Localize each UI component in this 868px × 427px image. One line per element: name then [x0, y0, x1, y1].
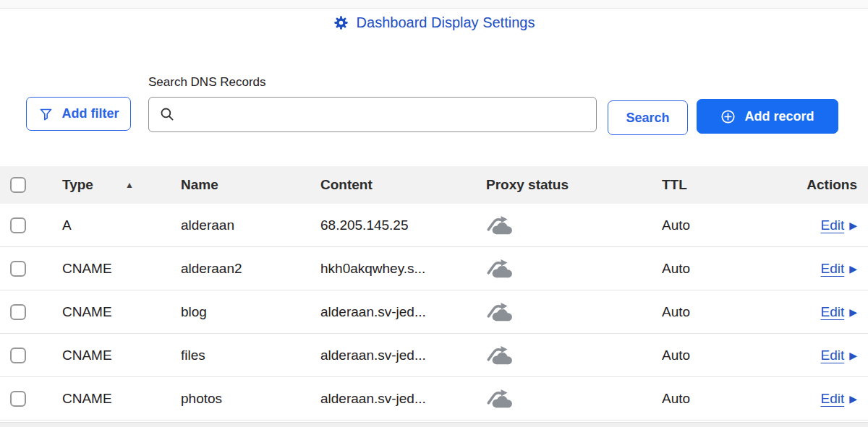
record-type: CNAME: [62, 348, 112, 363]
table-body: A alderaan 68.205.145.25 Auto: [0, 204, 868, 420]
dns-only-cloud-icon: [486, 257, 515, 280]
dashboard-display-settings-link[interactable]: Dashboard Display Settings: [333, 14, 535, 31]
gear-icon: [333, 15, 349, 30]
edit-record-button[interactable]: Edit ▶: [820, 348, 857, 363]
record-ttl: Auto: [662, 261, 690, 277]
sort-ascending-icon: ▲: [125, 180, 134, 190]
expand-caret-icon: ▶: [849, 264, 857, 274]
top-divider-band: [0, 0, 868, 9]
settings-row: Dashboard Display Settings: [0, 13, 868, 32]
table-header-row: Type ▲ Name Content Proxy status TTL Act…: [0, 166, 868, 204]
row-checkbox[interactable]: [10, 261, 26, 277]
header-actions: Actions: [793, 177, 868, 193]
dns-only-cloud-icon: [486, 301, 515, 323]
dns-records-table: Type ▲ Name Content Proxy status TTL Act…: [0, 166, 868, 420]
header-type[interactable]: Type ▲: [45, 177, 181, 193]
add-record-label: Add record: [744, 109, 814, 124]
search-button-label: Search: [626, 111, 669, 126]
add-filter-label: Add filter: [62, 106, 119, 121]
header-content[interactable]: Content: [320, 177, 486, 193]
record-ttl: Auto: [662, 217, 690, 233]
record-content: alderaan.sv-jed...: [320, 391, 426, 407]
edit-label: Edit: [820, 391, 844, 407]
dns-only-cloud-icon: [486, 387, 515, 410]
record-name: photos: [181, 391, 222, 407]
header-proxy-status[interactable]: Proxy status: [486, 177, 662, 193]
expand-caret-icon: ▶: [849, 394, 857, 404]
record-name: blog: [181, 304, 207, 320]
search-field-group: Search DNS Records: [148, 75, 597, 132]
record-content: alderaan.sv-jed...: [320, 304, 426, 320]
record-name: files: [181, 348, 205, 363]
record-type: CNAME: [62, 391, 112, 407]
expand-caret-icon: ▶: [849, 350, 857, 361]
table-row: A alderaan 68.205.145.25 Auto: [0, 204, 868, 247]
filter-funnel-icon: [38, 106, 54, 121]
select-all-checkbox[interactable]: [10, 177, 26, 193]
header-ttl[interactable]: TTL: [662, 177, 793, 193]
row-checkbox[interactable]: [10, 348, 26, 363]
expand-caret-icon: ▶: [849, 307, 857, 317]
record-name: alderaan: [181, 217, 234, 233]
record-type: CNAME: [62, 261, 112, 277]
record-content: 68.205.145.25: [320, 217, 409, 233]
edit-label: Edit: [820, 217, 844, 233]
row-checkbox[interactable]: [10, 391, 26, 407]
search-icon: [160, 107, 174, 121]
table-row: CNAME photos alderaan.sv-jed... Auto: [0, 377, 868, 420]
record-type: CNAME: [62, 304, 112, 320]
add-filter-button[interactable]: Add filter: [26, 97, 131, 131]
table-row: CNAME blog alderaan.sv-jed... Auto: [0, 290, 868, 334]
record-content: alderaan.sv-jed...: [320, 348, 426, 363]
edit-record-button[interactable]: Edit ▶: [820, 304, 857, 320]
record-ttl: Auto: [662, 304, 690, 320]
table-row: CNAME files alderaan.sv-jed... Auto: [0, 334, 868, 377]
header-name[interactable]: Name: [181, 177, 320, 193]
search-input[interactable]: [148, 97, 597, 132]
record-ttl: Auto: [662, 391, 690, 407]
record-content: hkh0akqwhey.s...: [320, 261, 425, 277]
edit-record-button[interactable]: Edit ▶: [820, 261, 857, 277]
settings-link-label: Dashboard Display Settings: [357, 14, 535, 31]
add-record-button[interactable]: Add record: [697, 99, 838, 134]
edit-label: Edit: [820, 348, 844, 363]
edit-record-button[interactable]: Edit ▶: [820, 217, 857, 233]
edit-label: Edit: [820, 304, 844, 320]
dns-toolbar: Add filter Search DNS Records Search Add…: [26, 75, 868, 132]
table-row: CNAME alderaan2 hkh0akqwhey.s... Auto: [0, 247, 868, 290]
row-checkbox[interactable]: [10, 217, 26, 233]
record-ttl: Auto: [662, 348, 690, 363]
edit-label: Edit: [820, 261, 844, 277]
record-type: A: [62, 217, 72, 233]
row-checkbox[interactable]: [10, 304, 26, 320]
bottom-section-band: [0, 422, 868, 427]
search-field-label: Search DNS Records: [148, 75, 597, 90]
dns-only-cloud-icon: [486, 344, 515, 366]
record-name: alderaan2: [181, 261, 242, 277]
search-button[interactable]: Search: [608, 100, 688, 135]
expand-caret-icon: ▶: [849, 220, 857, 230]
plus-circle-icon: [720, 109, 736, 124]
dns-only-cloud-icon: [486, 214, 515, 236]
edit-record-button[interactable]: Edit ▶: [820, 391, 857, 407]
